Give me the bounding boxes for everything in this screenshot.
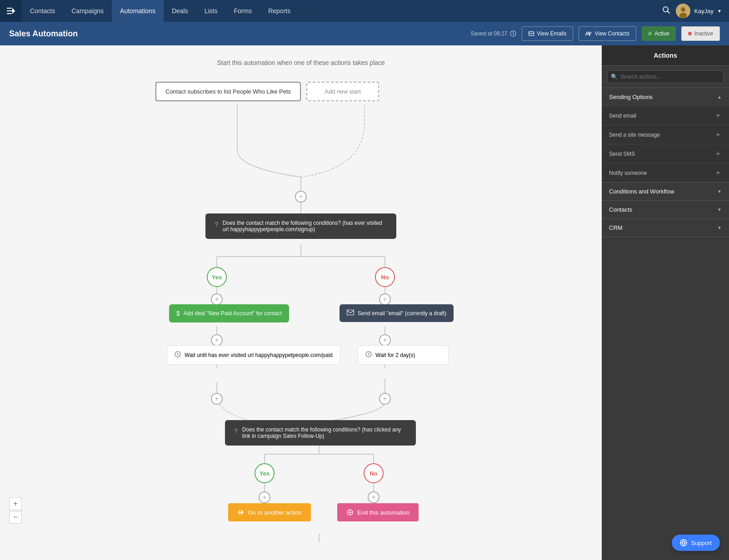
nav-toggle-button[interactable] bbox=[0, 0, 22, 22]
clock-icon-1 bbox=[175, 351, 181, 359]
crm-header[interactable]: CRM ▼ bbox=[602, 219, 729, 237]
go-to-action-label: Go to another action bbox=[248, 509, 302, 516]
send-site-message-add-icon[interactable]: ＋ bbox=[714, 130, 722, 139]
nav-item-automations[interactable]: Automations bbox=[112, 0, 164, 22]
add-button-no-3[interactable]: + bbox=[379, 393, 391, 405]
sidebar-search-wrapper: 🔍 bbox=[602, 66, 729, 88]
canvas-title: Start this automation when one of these … bbox=[217, 59, 385, 66]
svg-point-5 bbox=[679, 13, 687, 18]
svg-line-2 bbox=[668, 11, 670, 14]
user-name: KayJay bbox=[694, 8, 714, 15]
yes-label-2[interactable]: Yes bbox=[255, 463, 275, 483]
send-sms-add-icon[interactable]: ＋ bbox=[714, 149, 722, 159]
sub-header: Sales Automation Saved at 08:27 View Ema… bbox=[0, 22, 729, 45]
send-email-item[interactable]: Send email ＋ bbox=[602, 106, 729, 125]
user-menu[interactable]: KayJay ▼ bbox=[676, 4, 722, 18]
view-emails-button[interactable]: View Emails bbox=[522, 26, 573, 41]
condition-text-1: Does the contact match the following con… bbox=[223, 220, 387, 233]
condition-node-1[interactable]: ? Does the contact match the following c… bbox=[205, 213, 396, 239]
zoom-out-button[interactable]: − bbox=[9, 511, 22, 524]
sidebar-search-icon: 🔍 bbox=[611, 74, 618, 80]
add-button-no2[interactable]: + bbox=[368, 491, 379, 503]
add-button-yes-1[interactable]: + bbox=[211, 293, 223, 305]
conditions-workflow-section: Conditions and Workflow ▼ bbox=[602, 183, 729, 201]
yes-label-1[interactable]: Yes bbox=[207, 267, 227, 287]
condition-icon-1: ? bbox=[215, 221, 218, 228]
svg-marker-0 bbox=[12, 8, 15, 14]
send-site-message-item[interactable]: Send a site message ＋ bbox=[602, 125, 729, 144]
view-contacts-button[interactable]: View Contacts bbox=[579, 26, 636, 41]
condition-node-2[interactable]: ? Does the contact match the following c… bbox=[225, 420, 416, 446]
contacts-section: Contacts ▼ bbox=[602, 201, 729, 219]
wait-node-2[interactable]: Wait for 2 day(s) bbox=[358, 345, 449, 365]
automation-canvas[interactable]: Start this automation when one of these … bbox=[0, 45, 602, 560]
conditions-workflow-label: Conditions and Workflow bbox=[609, 188, 674, 195]
contacts-header[interactable]: Contacts ▼ bbox=[602, 201, 729, 218]
avatar bbox=[676, 4, 690, 18]
active-dot bbox=[648, 32, 652, 35]
add-button-no-1[interactable]: + bbox=[379, 293, 391, 305]
main-layout: Start this automation when one of these … bbox=[0, 45, 729, 560]
inactive-status-button[interactable]: Inactive bbox=[681, 26, 720, 41]
top-navigation: Contacts Campaigns Automations Deals Lis… bbox=[0, 0, 729, 22]
notify-someone-add-icon[interactable]: ＋ bbox=[714, 168, 722, 178]
inactive-dot bbox=[688, 32, 692, 35]
nav-item-reports[interactable]: Reports bbox=[260, 0, 299, 22]
sending-options-header[interactable]: Sending Options ▲ bbox=[602, 88, 729, 106]
add-button-no-2[interactable]: + bbox=[379, 334, 391, 346]
page-title: Sales Automation bbox=[9, 29, 465, 39]
active-label: Active bbox=[654, 30, 669, 37]
add-button-1[interactable]: + bbox=[295, 191, 307, 203]
wait-label-2: Wait for 2 day(s) bbox=[375, 352, 415, 358]
condition-icon-2: ? bbox=[234, 427, 238, 435]
notify-someone-label: Notify someone bbox=[609, 170, 647, 176]
send-email-add-icon[interactable]: ＋ bbox=[714, 111, 722, 120]
svg-point-9 bbox=[589, 32, 591, 34]
view-contacts-label: View Contacts bbox=[594, 30, 629, 37]
support-button[interactable]: Support bbox=[672, 535, 720, 551]
nav-item-forms[interactable]: Forms bbox=[226, 0, 260, 22]
add-button-yes-3[interactable]: + bbox=[211, 393, 223, 405]
conditions-chevron: ▼ bbox=[717, 189, 722, 194]
send-email-action[interactable]: Send email "email" (currently a draft) bbox=[340, 304, 454, 322]
email-icon bbox=[347, 310, 354, 317]
no-label-1[interactable]: No bbox=[375, 267, 395, 287]
user-chevron-icon: ▼ bbox=[717, 9, 722, 14]
no-label-2[interactable]: No bbox=[364, 463, 384, 483]
active-status-button[interactable]: Active bbox=[642, 26, 676, 41]
wait-node-1[interactable]: Wait until has ever visited url happyhap… bbox=[167, 345, 340, 365]
conditions-workflow-header[interactable]: Conditions and Workflow ▼ bbox=[602, 183, 729, 200]
nav-item-deals[interactable]: Deals bbox=[164, 0, 196, 22]
search-icon[interactable] bbox=[662, 6, 670, 16]
nav-item-lists[interactable]: Lists bbox=[196, 0, 226, 22]
svg-point-4 bbox=[681, 7, 685, 12]
sidebar-header: Actions bbox=[602, 45, 729, 66]
send-sms-item[interactable]: Send SMS ＋ bbox=[602, 144, 729, 163]
zoom-in-button[interactable]: + bbox=[9, 497, 22, 510]
crm-section: CRM ▼ bbox=[602, 219, 729, 237]
support-label: Support bbox=[691, 540, 712, 546]
saved-indicator: Saved at 08:27 bbox=[471, 30, 517, 37]
add-new-start-node[interactable]: Add new start bbox=[306, 82, 379, 101]
clock-icon-2 bbox=[365, 351, 372, 359]
inactive-label: Inactive bbox=[694, 30, 713, 37]
condition-text-2: Does the contact match the following con… bbox=[242, 426, 407, 439]
trigger-node[interactable]: Contact subscribes to list People Who Li… bbox=[155, 82, 301, 101]
go-to-action-button[interactable]: Go to another action bbox=[228, 503, 311, 521]
send-email-label: Send email "email" (currently a draft) bbox=[358, 310, 446, 317]
sending-options-label: Sending Options bbox=[609, 94, 653, 100]
notify-someone-item[interactable]: Notify someone ＋ bbox=[602, 163, 729, 182]
end-automation-label: End this automation bbox=[357, 509, 409, 516]
nav-item-campaigns[interactable]: Campaigns bbox=[63, 0, 112, 22]
nav-items: Contacts Campaigns Automations Deals Lis… bbox=[22, 0, 662, 22]
search-actions-input[interactable] bbox=[607, 70, 724, 83]
nav-item-contacts[interactable]: Contacts bbox=[22, 0, 63, 22]
view-emails-label: View Emails bbox=[537, 30, 566, 37]
dollar-icon: $ bbox=[176, 310, 180, 317]
end-automation-button[interactable]: End this automation bbox=[337, 503, 419, 521]
add-deal-action[interactable]: $ Add deal "New Paid Account" for contac… bbox=[169, 304, 289, 322]
add-button-yes-2[interactable]: + bbox=[211, 334, 223, 346]
add-button-yes2[interactable]: + bbox=[259, 491, 270, 503]
add-deal-label: Add deal "New Paid Account" for contact bbox=[184, 310, 282, 317]
nav-right: KayJay ▼ bbox=[662, 4, 729, 18]
